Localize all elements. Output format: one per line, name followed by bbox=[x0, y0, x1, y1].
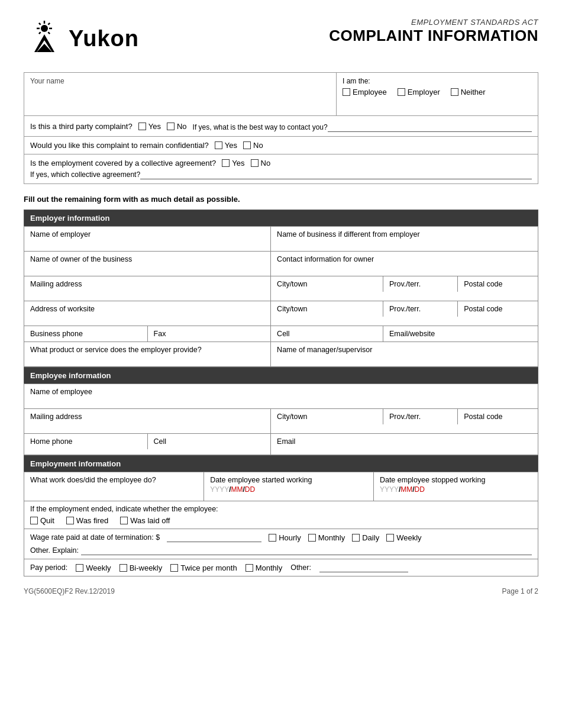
monthly-pp-checkbox[interactable] bbox=[246, 564, 253, 572]
worksite-row: Address of worksite City/town Prov./terr… bbox=[24, 301, 538, 326]
biweekly-pp-item[interactable]: Bi-weekly bbox=[119, 563, 163, 572]
contact-field[interactable] bbox=[328, 123, 532, 132]
act-name: EMPLOYMENT STANDARDS ACT bbox=[329, 18, 538, 27]
fired-checkbox[interactable] bbox=[66, 517, 74, 524]
email-website-cell: Email/website bbox=[383, 326, 538, 342]
collective-yes-checkbox[interactable] bbox=[222, 159, 230, 167]
pay-period-cell: Pay period: Weekly Bi-weekly Twice per m… bbox=[24, 559, 538, 576]
third-party-yes-checkbox[interactable] bbox=[138, 123, 146, 130]
monthly-pp-item[interactable]: Monthly bbox=[246, 563, 283, 572]
third-party-no-checkbox[interactable] bbox=[167, 123, 175, 130]
date-stopped-label: Date employee stopped working bbox=[380, 476, 486, 484]
monthly-label: Monthly bbox=[318, 533, 345, 542]
employer-checkbox[interactable] bbox=[398, 88, 405, 96]
fill-note: Fill out the remaining form with as much… bbox=[24, 195, 538, 204]
role-checkboxes: Employee Employer Neither bbox=[343, 88, 532, 96]
what-work-row: What work does/did the employee do? Date… bbox=[24, 472, 538, 501]
employee-mailing-row: Mailing address City/town Prov./terr. Po… bbox=[24, 409, 538, 434]
ended-cell: If the employment ended, indicate whethe… bbox=[24, 501, 538, 529]
collective-no-checkbox[interactable] bbox=[251, 159, 259, 167]
other-pp-label: Other: bbox=[290, 563, 311, 572]
city-town-emp-cell: City/town bbox=[271, 409, 383, 424]
confidential-label: Would you like this complaint to remain … bbox=[30, 141, 209, 150]
cell-label-e: Cell bbox=[277, 330, 290, 338]
third-party-yes[interactable]: Yes bbox=[138, 122, 161, 131]
mailing-address-label-emp: Mailing address bbox=[30, 413, 82, 421]
twice-per-month-pp-checkbox[interactable] bbox=[170, 564, 178, 572]
collective-yes[interactable]: Yes bbox=[222, 159, 244, 167]
prov-terr-worksite-cell: Prov./terr. bbox=[383, 301, 457, 317]
postal-code-employer-cell: Postal code bbox=[458, 276, 538, 292]
no-label-3: No bbox=[261, 159, 271, 167]
city-town-label-w: City/town bbox=[277, 305, 307, 313]
which-collective-field[interactable] bbox=[140, 170, 532, 179]
hourly-checkbox[interactable] bbox=[269, 534, 276, 542]
city-prov-postal-employer-cell: City/town Prov./terr. Postal code bbox=[271, 276, 538, 301]
neither-checkbox[interactable] bbox=[451, 88, 458, 96]
postal-code-emp-cell: Postal code bbox=[458, 409, 538, 424]
quit-checkbox-item[interactable]: Quit bbox=[30, 516, 54, 525]
postal-code-worksite-cell: Postal code bbox=[458, 301, 538, 317]
daily-checkbox-item[interactable]: Daily bbox=[352, 533, 379, 542]
yyyy-start: YYYY bbox=[210, 485, 229, 494]
name-of-employee-label: Name of employee bbox=[30, 388, 92, 396]
prov-terr-emp-cell: Prov./terr. bbox=[383, 409, 457, 424]
neither-checkbox-item[interactable]: Neither bbox=[451, 88, 486, 96]
collective-no[interactable]: No bbox=[251, 159, 271, 167]
confidential-yes[interactable]: Yes bbox=[215, 141, 237, 150]
confidential-no[interactable]: No bbox=[243, 141, 263, 150]
monthly-checkbox[interactable] bbox=[308, 534, 316, 542]
employee-label: Employee bbox=[353, 88, 387, 96]
i-am-cell: I am the: Employee Employer Neither bbox=[337, 73, 538, 115]
top-form: Your name I am the: Employee Employer Ne… bbox=[24, 72, 538, 184]
contact-info-owner-label: Contact information for owner bbox=[277, 255, 374, 263]
quit-checkbox[interactable] bbox=[30, 517, 38, 524]
laid-off-checkbox-item[interactable]: Was laid off bbox=[120, 516, 170, 525]
home-phone-label: Home phone bbox=[30, 437, 73, 446]
biweekly-pp-checkbox[interactable] bbox=[119, 564, 127, 572]
hourly-checkbox-item[interactable]: Hourly bbox=[269, 533, 301, 542]
email-label-emp: Email bbox=[277, 437, 295, 446]
confidential-yes-checkbox[interactable] bbox=[215, 141, 222, 149]
employee-checkbox[interactable] bbox=[343, 88, 350, 96]
weekly-checkbox[interactable] bbox=[386, 534, 394, 542]
confidential-no-checkbox[interactable] bbox=[243, 141, 251, 149]
employer-checkbox-item[interactable]: Employer bbox=[398, 88, 440, 96]
mailing-address-label-e: Mailing address bbox=[30, 280, 82, 288]
pay-period-row: Pay period: Weekly Bi-weekly Twice per m… bbox=[24, 559, 538, 576]
logo-text: Yukon bbox=[69, 26, 139, 51]
laid-off-checkbox[interactable] bbox=[120, 517, 128, 524]
manager-supervisor-label: Name of manager/supervisor bbox=[277, 346, 372, 354]
employee-section-header: Employee information bbox=[24, 367, 538, 384]
collective-label: Is the employment covered by a collectiv… bbox=[30, 159, 216, 167]
product-service-label: What product or service does the employe… bbox=[30, 346, 202, 354]
wage-rate-field[interactable] bbox=[167, 533, 261, 542]
twice-per-month-pp-item[interactable]: Twice per month bbox=[170, 563, 237, 572]
cell-emp-cell: Cell bbox=[147, 434, 270, 449]
weekly-checkbox-item[interactable]: Weekly bbox=[386, 533, 421, 542]
ended-label: If the employment ended, indicate whethe… bbox=[30, 505, 532, 513]
weekly-pp-item[interactable]: Weekly bbox=[76, 563, 111, 572]
other-pp-field[interactable] bbox=[319, 563, 408, 572]
business-phone-label: Business phone bbox=[30, 330, 83, 338]
employer-name-cell: Name of employer bbox=[24, 227, 271, 252]
manager-supervisor-cell: Name of manager/supervisor bbox=[271, 342, 538, 367]
dd-stop: DD bbox=[415, 485, 425, 494]
neither-label: Neither bbox=[461, 88, 486, 96]
date-started-format: YYYY/MM/DD bbox=[210, 485, 367, 494]
yes-label-1: Yes bbox=[148, 122, 161, 131]
twice-per-month-pp-label: Twice per month bbox=[180, 563, 237, 572]
monthly-checkbox-item[interactable]: Monthly bbox=[308, 533, 345, 542]
yukon-logo-icon bbox=[24, 18, 65, 59]
daily-checkbox[interactable] bbox=[352, 534, 360, 542]
email-website-label: Email/website bbox=[389, 330, 435, 338]
employee-checkbox-item[interactable]: Employee bbox=[343, 88, 387, 96]
other-explain-field[interactable] bbox=[81, 546, 532, 555]
prov-terr-label-emp: Prov./terr. bbox=[389, 413, 421, 421]
employer-table: Name of employer Name of business if dif… bbox=[24, 226, 538, 367]
third-party-no[interactable]: No bbox=[167, 122, 187, 131]
fired-checkbox-item[interactable]: Was fired bbox=[66, 516, 108, 525]
employee-city-prov-cell: City/town Prov./terr. Postal code bbox=[271, 409, 538, 434]
weekly-pp-checkbox[interactable] bbox=[76, 564, 83, 572]
name-row: Your name I am the: Employee Employer Ne… bbox=[24, 73, 538, 116]
